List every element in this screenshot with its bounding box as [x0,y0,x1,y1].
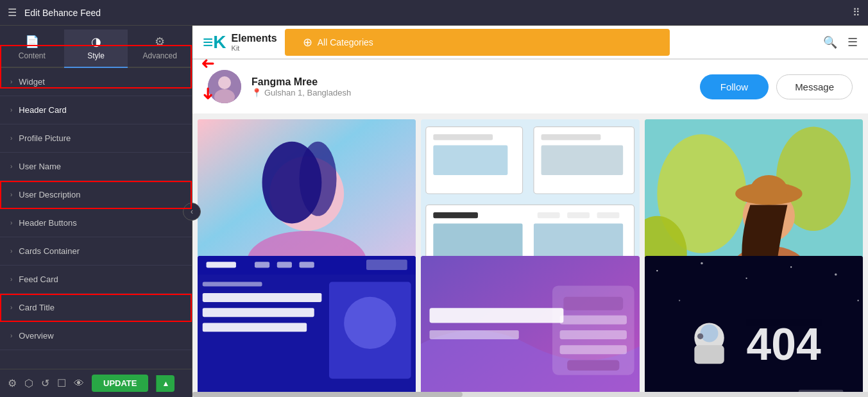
svg-rect-33 [255,262,269,267]
svg-rect-45 [430,330,519,339]
update-dropdown-button[interactable]: ▲ [156,375,174,392]
advanced-icon: ⚙ [155,35,165,49]
tab-content[interactable]: 📄 Content [0,30,64,67]
sidebar-item-header-buttons[interactable]: › Header Buttons [0,209,192,237]
chevron-user-description: › [10,191,12,198]
svg-rect-49 [560,330,627,339]
responsive-icon[interactable]: ☐ [57,377,66,389]
header-card-label: Header Card [19,105,66,115]
gallery-item-5[interactable] [421,256,639,393]
gallery-item-4[interactable] [198,256,416,393]
svg-rect-34 [277,262,292,267]
svg-rect-51 [568,360,620,370]
menu-icon[interactable]: ☰ [8,6,17,19]
profile-location: 📍 Gulshan 1, Bangladesh [251,88,690,97]
chevron-header-buttons: › [10,219,12,226]
svg-rect-12 [434,146,508,175]
svg-rect-38 [203,293,322,302]
sidebar: 📄 Content ◑ Style ⚙ Advanced › Widget › … [0,26,192,397]
tab-style-label: Style [87,51,105,60]
svg-point-42 [344,296,396,348]
chevron-header-card: › [10,106,12,114]
arrow-down-1: ➜ [198,87,218,101]
ek-logo: ≡K Elements Kit [203,32,277,53]
svg-point-29 [750,175,787,205]
svg-rect-48 [560,315,627,324]
settings-icon[interactable]: ⚙ [8,377,17,389]
content-icon: 📄 [25,35,39,49]
tab-advanced[interactable]: ⚙ Advanced [128,30,192,67]
profile-actions: Follow Message [700,74,853,99]
svg-point-54 [701,262,702,264]
main-layout: 📄 Content ◑ Style ⚙ Advanced › Widget › … [0,26,868,397]
chevron-card-title: › [10,304,12,311]
sidebar-item-cards-container[interactable]: › Cards Container [0,237,192,266]
svg-rect-37 [203,282,262,286]
svg-rect-16 [434,212,479,218]
profile-name: Fangma Mree [251,76,690,88]
sidebar-item-feed-card[interactable]: › Feed Card [0,266,192,294]
svg-rect-19 [538,212,560,218]
svg-point-1 [218,76,231,89]
categories-button[interactable]: ⊕ All Categories [285,29,670,56]
svg-point-55 [745,277,747,278]
svg-point-57 [835,273,837,275]
tab-advanced-label: Advanced [142,51,176,60]
ek-logo-textblock: Elements Kit [232,33,277,52]
hamburger-icon[interactable]: ☰ [847,35,858,49]
svg-point-56 [790,266,792,267]
svg-point-58 [679,300,680,301]
content-topbar: ≡K Elements Kit ⊕ All Categories 🔍 ☰ [192,26,868,59]
profile-picture-label: Profile Picture [19,133,71,143]
layers-icon[interactable]: ⬡ [24,377,33,389]
tab-content-label: Content [19,51,46,60]
svg-rect-50 [560,345,627,354]
categories-plus-icon: ⊕ [303,35,312,49]
svg-point-7 [300,142,337,216]
style-icon: ◑ [91,35,101,49]
follow-button[interactable]: Follow [700,74,769,99]
preview-icon[interactable]: 👁 [74,378,84,389]
sidebar-item-user-description[interactable]: › User Description [0,181,192,209]
sidebar-item-profile-picture[interactable]: › Profile Picture [0,124,192,153]
horizontal-scrollbar[interactable] [192,392,868,397]
history-icon[interactable]: ↺ [41,377,49,389]
message-button[interactable]: Message [776,74,853,99]
sidebar-item-user-name[interactable]: › User Name [0,153,192,181]
header-buttons-label: Header Buttons [19,218,76,228]
collapse-handle[interactable]: ‹ [183,203,201,221]
grid-icon[interactable]: ⠿ [853,6,860,19]
svg-rect-13 [541,134,601,140]
location-icon: 📍 [251,88,262,97]
svg-rect-20 [568,212,590,218]
svg-rect-44 [430,308,564,323]
user-description-label: User Description [19,190,80,199]
tab-style[interactable]: ◑ Style [64,30,128,68]
ek-logo-sub: Kit [232,44,277,52]
user-name-label: User Name [19,162,61,171]
sidebar-tabs: 📄 Content ◑ Style ⚙ Advanced [0,26,192,68]
svg-rect-35 [300,262,314,267]
chevron-feed-card: › [10,276,12,283]
svg-point-59 [857,300,858,301]
location-text: Gulshan 1, Bangladesh [264,88,351,97]
ek-logo-mark: ≡K [203,32,226,53]
profile-section: Fangma Mree 📍 Gulshan 1, Bangladesh Foll… [192,60,868,114]
card-title-label: Card Title [19,303,55,312]
search-icon[interactable]: 🔍 [823,35,837,49]
chevron-widget: › [10,78,12,85]
gallery-item-6[interactable]: 404 OOPOS [645,256,863,393]
sidebar-item-widget[interactable]: › Widget [0,68,192,96]
sidebar-item-overview[interactable]: › Overview [0,322,192,350]
sidebar-item-header-card[interactable]: › Header Card [0,96,192,124]
scrollbar-thumb[interactable] [192,392,463,397]
svg-text:404: 404 [746,319,821,369]
update-button[interactable]: UPDATE [92,375,148,392]
sidebar-item-card-title[interactable]: › Card Title [0,294,192,322]
gallery-grid: 404 OOPOS [192,114,868,392]
page-title: Edit Behance Feed [24,8,845,18]
welcome-svg [421,256,639,393]
chevron-overview: › [10,332,12,339]
sidebar-items-list: › Widget › Header Card › Profile Picture… [0,68,192,369]
content-area: ≡K Elements Kit ⊕ All Categories 🔍 ☰ [192,26,868,397]
